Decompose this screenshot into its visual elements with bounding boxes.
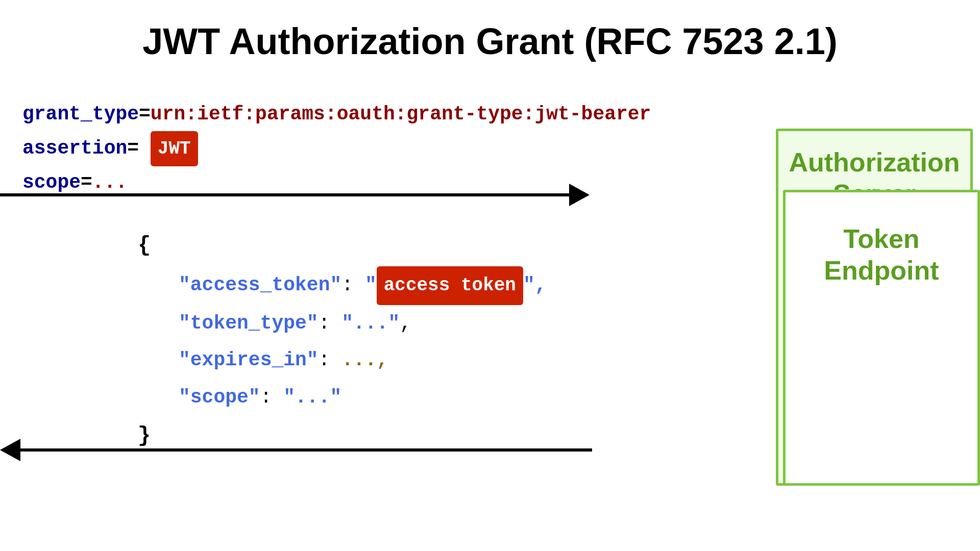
arrow-left-line — [20, 448, 592, 452]
arrow-right-line — [0, 193, 569, 196]
token-endpoint-label: Token Endpoint — [786, 192, 977, 287]
grant-type-equals: = — [139, 103, 151, 125]
grant-type-key: grant_type — [22, 103, 139, 125]
open-brace: { — [138, 226, 547, 266]
arrow-left-head — [0, 439, 20, 461]
assertion-line: assertion= JWT — [22, 131, 651, 166]
scope-response-line: "scope": "..." — [138, 379, 547, 416]
assertion-key: assertion — [22, 137, 127, 159]
page-title: JWT Authorization Grant (RFC 7523 2.1) — [0, 0, 980, 78]
request-params: grant_type=urn:ietf:params:oauth:grant-t… — [22, 98, 651, 199]
response-arrow — [0, 445, 592, 455]
token-endpoint-box: Token Endpoint — [783, 190, 980, 486]
access-token-line: "access_token": "access token", — [138, 266, 547, 305]
access-token-badge: access token — [377, 266, 523, 305]
assertion-equals: = — [127, 137, 139, 159]
token-type-line: "token_type": "...", — [138, 305, 547, 342]
grant-type-line: grant_type=urn:ietf:params:oauth:grant-t… — [22, 98, 651, 131]
grant-type-value: urn:ietf:params:oauth:grant-type:jwt-bea… — [151, 103, 651, 125]
response-block: { "access_token": "access token", "token… — [138, 226, 547, 457]
expires-in-line: "expires_in": ..., — [138, 342, 547, 379]
main-content: grant_type=urn:ietf:params:oauth:grant-t… — [0, 78, 980, 547]
request-arrow — [0, 190, 590, 200]
jwt-badge: JWT — [151, 131, 198, 166]
arrow-right-head — [569, 184, 590, 206]
